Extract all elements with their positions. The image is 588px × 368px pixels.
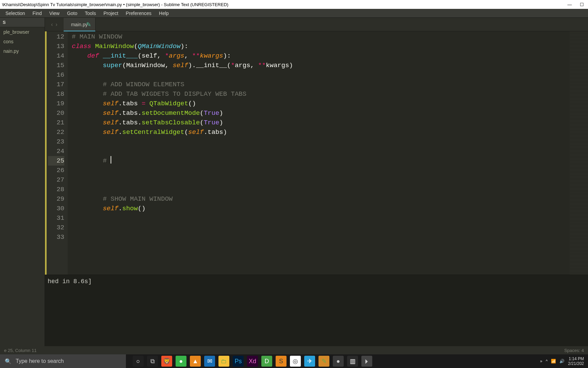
status-bar: e 25, Column 11 Spaces: 4 — [0, 346, 588, 354]
menu-project[interactable]: Project — [100, 10, 122, 17]
maximize-button[interactable]: ☐ — [579, 2, 585, 7]
wifi-icon[interactable]: 📶 — [551, 359, 556, 364]
windows-taskbar: 🔍 Type here to search ○⧉🦁●▲✉🗀PsXdDS◎✈✎●▥… — [0, 354, 588, 368]
nav-back-icon[interactable]: ‹ — [51, 21, 53, 28]
taskbar-app-icon[interactable]: ▲ — [190, 356, 201, 367]
taskbar-app-icon[interactable]: ▥ — [347, 356, 358, 367]
sidebar-item-file[interactable]: nain.py — [0, 46, 45, 56]
taskbar-app-icon[interactable]: D — [261, 356, 272, 367]
menu-goto[interactable]: Goto — [64, 10, 81, 17]
taskbar-app-icon[interactable]: ✈ — [304, 356, 315, 367]
minimize-button[interactable]: — — [567, 2, 572, 7]
taskbar-app-icon[interactable]: ⧉ — [147, 356, 158, 367]
taskbar-app-icon[interactable]: Ps — [233, 356, 244, 367]
nav-forward-icon[interactable]: › — [55, 21, 57, 28]
system-tray[interactable]: » ^ 📶 🔊 1:14 PM 2/21/202 — [540, 356, 588, 366]
workspace: S ple_browser cons nain.py ‹ › main.py ✎… — [0, 18, 588, 346]
taskbar-search[interactable]: 🔍 Type here to search — [0, 354, 126, 368]
taskbar-app-icon[interactable]: ◎ — [290, 356, 301, 367]
volume-icon[interactable]: 🔊 — [559, 359, 565, 364]
build-output-panel[interactable]: hed in 8.6s] — [45, 275, 588, 346]
tab-modified-icon: ✎ — [86, 21, 91, 28]
taskbar-app-icon[interactable]: ● — [333, 356, 344, 367]
console-line: hed in 8.6s] — [48, 278, 92, 285]
taskbar-app-icon[interactable]: ✉ — [204, 356, 215, 367]
taskbar-app-icon[interactable]: ○ — [133, 356, 144, 367]
menu-preferences[interactable]: Preferences — [122, 10, 155, 17]
tab-row: ‹ › main.py ✎ — [45, 18, 588, 31]
code-editor[interactable]: # MAIN WINDOW class MainWindow(QMainWind… — [68, 31, 588, 275]
taskbar-app-icon[interactable]: ● — [176, 356, 186, 367]
search-placeholder: Type here to search — [16, 358, 64, 364]
editor-column: ‹ › main.py ✎ 12131415161718192021222324… — [45, 18, 588, 346]
sidebar-item-folder[interactable]: cons — [0, 37, 45, 46]
tray-up-icon[interactable]: ^ — [546, 359, 548, 364]
taskbar-app-icon[interactable]: S — [276, 356, 287, 367]
tray-time: 1:14 PM — [569, 356, 584, 361]
code-area: 1213141516171819202122232425262728293031… — [45, 31, 588, 275]
menu-view[interactable]: View — [46, 10, 63, 17]
taskbar-apps: ○⧉🦁●▲✉🗀PsXdDS◎✈✎●▥⏵ — [126, 356, 540, 367]
menu-selection[interactable]: Selection — [2, 10, 29, 17]
taskbar-app-icon[interactable]: Xd — [247, 356, 258, 367]
sidebar-header: S — [0, 18, 45, 27]
menu-find[interactable]: Find — [29, 10, 45, 17]
taskbar-app-icon[interactable]: ✎ — [318, 356, 329, 367]
tray-date: 2/21/202 — [568, 361, 584, 366]
status-cursor-position: e 25, Column 11 — [4, 348, 36, 353]
title-bar: \Khamisi\Desktop\Spinn Tv Tutorials\simp… — [0, 0, 588, 9]
menu-help[interactable]: Help — [156, 10, 172, 17]
tab-main-py[interactable]: main.py ✎ — [64, 18, 96, 31]
window-title: \Khamisi\Desktop\Spinn Tv Tutorials\simp… — [2, 2, 228, 7]
menu-bar: Selection Find View Goto Tools Project P… — [0, 9, 588, 18]
menu-tools[interactable]: Tools — [81, 10, 99, 17]
text-caret — [111, 156, 111, 164]
taskbar-app-icon[interactable]: ⏵ — [361, 356, 372, 367]
tray-overflow-icon[interactable]: » — [540, 359, 542, 364]
sidebar-item-folder[interactable]: ple_browser — [0, 27, 45, 37]
gutter: 1213141516171819202122232425262728293031… — [47, 31, 68, 275]
search-icon: 🔍 — [5, 358, 12, 365]
taskbar-app-icon[interactable]: 🗀 — [218, 356, 229, 367]
status-indentation[interactable]: Spaces: 4 — [564, 348, 584, 353]
sidebar: S ple_browser cons nain.py — [0, 18, 45, 346]
tab-label: main.py — [71, 22, 88, 27]
taskbar-app-icon[interactable]: 🦁 — [161, 356, 172, 367]
minimap[interactable] — [570, 31, 588, 275]
